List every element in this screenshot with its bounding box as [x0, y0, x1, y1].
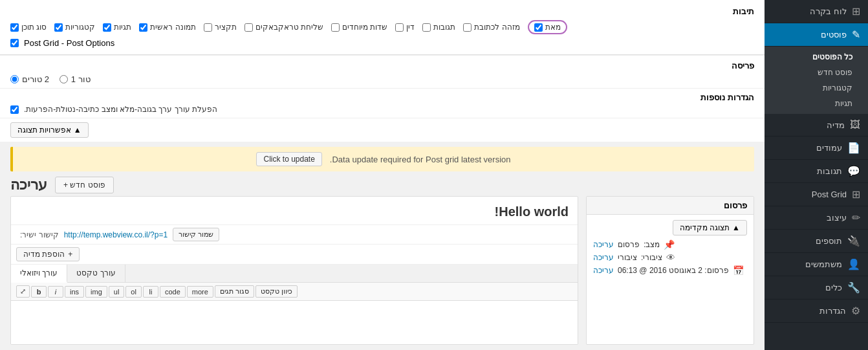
design-icon: ✏	[852, 212, 860, 224]
img-button[interactable]: img	[85, 286, 107, 298]
additional-settings: הגדרות נוספות הפעלת עורך ערך בגובה-מלא ו…	[0, 88, 765, 118]
sidebar-item-tools[interactable]: 🔧 כלים	[765, 276, 868, 300]
option-responses-checkbox[interactable]	[422, 23, 431, 32]
link-label: קישור ישיר:	[20, 230, 59, 239]
meta-visibility-value: ציבורי	[618, 253, 637, 262]
sidebar-sub-categories[interactable]: קטגוריות	[765, 80, 868, 96]
ul-button[interactable]: ul	[109, 286, 125, 298]
date-icon: 📅	[733, 265, 744, 276]
sidebar-sub-tags[interactable]: תגיות	[765, 96, 868, 111]
option-excerpt-checkbox[interactable]	[204, 23, 212, 32]
option-tags-checkbox[interactable]	[103, 23, 111, 32]
sidebar-item-settings[interactable]: ⚙ הגדרות	[765, 300, 868, 323]
sidebar-item-label: פוסטים	[821, 30, 847, 39]
update-button[interactable]: Click to update	[256, 152, 321, 166]
meta-visibility-label: ציבורי:	[641, 253, 662, 262]
meta-date-link[interactable]: עריכה	[593, 266, 614, 275]
bold-button[interactable]: b	[31, 286, 47, 298]
editor-title: עריכה	[10, 177, 47, 193]
post-grid-checkbox[interactable]	[10, 39, 19, 47]
add-media-icon: +	[68, 250, 72, 259]
output-options-button[interactable]: ▲ אפשרויות תצוגה	[10, 122, 89, 138]
sidebar-item-plugins[interactable]: 🔌 תוספים	[765, 230, 868, 253]
more-button[interactable]: more	[187, 286, 213, 298]
meta-visibility-link[interactable]: עריכה	[593, 253, 614, 262]
ins-button[interactable]: ins	[65, 286, 84, 298]
add-media-button[interactable]: + הוספת מדיה	[16, 247, 80, 261]
option-main-image-checkbox[interactable]	[139, 23, 147, 32]
filter-title: פריסה	[10, 61, 754, 71]
code-button[interactable]: code	[160, 286, 186, 298]
option-trackbacks-checkbox[interactable]	[244, 23, 253, 32]
option-custom-fields: שדות מיוחדים	[331, 23, 387, 32]
option-custom-fields-checkbox[interactable]	[331, 23, 340, 32]
tab-visual[interactable]: עורך ויזואלי	[11, 265, 67, 283]
preview-button[interactable]: ▲ תצוגה מקדימה	[673, 220, 747, 235]
sidebar-item-label: משתמשים	[805, 259, 842, 269]
meta-status-link[interactable]: עריכה	[593, 240, 614, 249]
editor-body[interactable]	[11, 301, 578, 344]
sidebar-sub-new-post[interactable]: פוסט חדש	[765, 65, 868, 80]
sidebar-item-post-grid[interactable]: ⊞ Post Grid	[765, 183, 868, 206]
new-post-button[interactable]: פוסט חדש +	[55, 177, 114, 193]
post-permalink[interactable]: http://temp.webview.co.il/?p=1	[64, 230, 168, 239]
option-from-checkbox[interactable]	[534, 23, 543, 32]
filter-row1-label: טור 1	[71, 74, 91, 84]
options-row: מאת מזהה לכתובת תגובות דין שדות מיוחדים …	[10, 20, 754, 34]
text-direction-button[interactable]: כיוון טקסט	[255, 285, 298, 298]
settings-icon: ⚙	[851, 305, 860, 317]
sidebar-item-users[interactable]: 👤 משתמשים	[765, 253, 868, 276]
filter-row: טור 1 2 טורים	[10, 74, 754, 84]
preview-btn-icon: ▲	[732, 223, 740, 232]
option-law-checkbox[interactable]	[395, 23, 404, 32]
media-row: + הוספת מדיה	[11, 245, 578, 265]
option-excerpt-label: תקציר	[215, 23, 237, 32]
content-area: פרסום ▲ תצוגה מקדימה 📌 מצב: פרסום עריכה …	[0, 196, 765, 350]
sidebar-item-pages[interactable]: 📄 עמודים	[765, 137, 868, 160]
publish-meta-visibility: 👁 ציבורי: ציבורי עריכה	[593, 252, 747, 263]
tab-text-label: עורך טקסט	[76, 268, 115, 278]
sidebar: ⊞ לוח בקרה ✎ פוסטים כל הפוסטים פוסט חדש …	[765, 0, 868, 350]
option-to-write-checkbox[interactable]	[463, 23, 472, 32]
meta-date-label: פרסום: 2 באוגוסט 2016 @ 06:13	[618, 266, 729, 275]
sidebar-item-design[interactable]: ✏ עיצוב	[765, 206, 868, 230]
ol-button[interactable]: ol	[125, 286, 142, 298]
save-draft-button[interactable]: שמור קישור	[173, 228, 219, 241]
additional-settings-title: הגדרות נוספות	[10, 93, 754, 102]
tab-text[interactable]: עורך טקסט	[67, 265, 125, 282]
meta-status-value: פרסום	[618, 240, 640, 249]
option-custom-fields-label: שדות מיוחדים	[342, 23, 387, 32]
li-button[interactable]: li	[143, 286, 158, 298]
option-categories-checkbox[interactable]	[54, 23, 63, 32]
users-icon: 👤	[847, 258, 860, 270]
add-media-label: הוספת מדיה	[23, 250, 65, 259]
option-categories-label: קטגוריות	[65, 23, 95, 32]
post-grid-label: Post Grid - Post Options	[24, 38, 114, 48]
close-tags-button[interactable]: סגור תגים	[215, 285, 254, 298]
output-btn-label: ▲ אפשרויות תצוגה	[17, 126, 81, 135]
fullscreen-button[interactable]: ⤢	[16, 285, 30, 298]
sidebar-item-posts[interactable]: ✎ פוסטים	[765, 23, 868, 47]
option-trackbacks: שליחת טראקבאקים	[244, 23, 323, 32]
sidebar-item-label: עיצוב	[827, 213, 847, 223]
options-title: תיבות	[10, 6, 754, 16]
option-to-write: מזהה לכתובת	[463, 23, 519, 32]
italic-button[interactable]: i	[48, 286, 63, 298]
option-text-type-checkbox[interactable]	[10, 23, 19, 32]
sidebar-sub-all-posts[interactable]: כל הפוסטים	[765, 49, 868, 65]
publish-panel-body: ▲ תצוגה מקדימה 📌 מצב: פרסום עריכה 👁 ציבו…	[587, 215, 754, 283]
option-to-write-label: מזהה לכתובת	[474, 23, 519, 32]
filter-row1-radio[interactable]	[60, 75, 68, 83]
filter-row2-radio[interactable]	[10, 75, 19, 83]
option-text-type: סוג תוכן	[10, 23, 47, 32]
sidebar-item-media[interactable]: 🖼 מדיה	[765, 114, 868, 137]
editor-panel: Hello world! שמור קישור http://temp.webv…	[10, 196, 578, 345]
sidebar-item-dashboard[interactable]: ⊞ לוח בקרה	[765, 0, 868, 23]
sidebar-item-comments[interactable]: 💬 תגובות	[765, 160, 868, 183]
filter-row1: טור 1	[60, 74, 91, 84]
meta-status-label: מצב:	[644, 240, 660, 249]
additional-settings-checkbox[interactable]	[10, 105, 19, 114]
notification-bar: Data update required for Post grid lates…	[10, 147, 754, 171]
option-text-type-label: סוג תוכן	[21, 23, 47, 32]
post-title: Hello world!	[11, 197, 578, 225]
